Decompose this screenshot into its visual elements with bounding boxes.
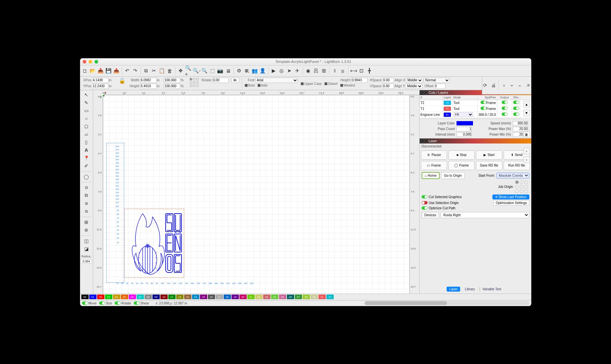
goto-origin-button[interactable]: Go to Origin [441, 172, 465, 179]
palette-swatch[interactable]: 06 [129, 295, 136, 299]
pass-count-input[interactable] [457, 127, 472, 131]
shear-mode-toggle[interactable] [134, 301, 140, 305]
maximize-button[interactable] [95, 60, 98, 64]
palette-swatch[interactable]: 19 [232, 295, 239, 299]
output-toggle[interactable] [502, 113, 508, 116]
layer-prev-button[interactable]: ‹ [523, 156, 530, 163]
palette-swatch[interactable]: 23 [263, 295, 270, 299]
save-icon[interactable]: 💾 [105, 67, 112, 74]
layer-row[interactable]: T1 T1 Tool Frame [420, 106, 531, 112]
text-tool-icon[interactable]: A [82, 147, 90, 153]
zoom-out-icon[interactable]: 🔍- [193, 67, 200, 74]
measure-icon[interactable]: ⊞ [320, 67, 328, 74]
eyedropper-tool-icon[interactable]: ✐ [82, 163, 90, 169]
width-input[interactable] [140, 78, 156, 83]
palette-swatch[interactable]: 27 [295, 295, 302, 299]
redo-icon[interactable]: ↷ [132, 67, 139, 74]
user-icon[interactable]: 👤 [259, 67, 266, 74]
undo-icon[interactable]: ↶ [124, 67, 131, 74]
new-file-icon[interactable]: 🗋 [81, 67, 89, 74]
height-input[interactable] [140, 84, 156, 89]
palette-swatch[interactable]: 15 [200, 295, 207, 299]
alignx-select[interactable]: Middle [406, 78, 423, 83]
save-rd-button[interactable]: Save RD file [476, 161, 502, 170]
palette-swatch[interactable]: 08 [145, 295, 152, 299]
camera-icon[interactable]: 📷 [217, 67, 224, 74]
power-max-input[interactable] [513, 127, 528, 131]
vspace-input[interactable] [382, 84, 394, 89]
frame-rect-button[interactable]: ▭Frame [421, 161, 447, 170]
interval-input[interactable] [457, 132, 472, 137]
layer-row[interactable]: Engrave Line 01 Fill 300.0 / 20.0 [420, 112, 531, 118]
palette-swatch[interactable]: 13 [184, 295, 191, 299]
layer-row[interactable]: T2 T2 Tool Frame [420, 100, 531, 106]
cut-icon[interactable]: ✂ [151, 67, 158, 74]
layer-up-button[interactable]: ▲ [523, 101, 530, 108]
rotate-mode-toggle[interactable] [115, 301, 121, 305]
undock-laser-panel-icon[interactable] [425, 140, 428, 142]
target-icon[interactable]: ◎ [278, 67, 285, 74]
minimize-button[interactable] [89, 60, 92, 64]
align-icon[interactable]: ◉ [305, 67, 312, 74]
paper-plane-icon[interactable]: ✈ [294, 67, 301, 74]
pan-icon[interactable]: ✥ [177, 67, 184, 74]
layer-down-button[interactable]: ▼ [523, 110, 530, 116]
palette-swatch[interactable]: 25 [279, 295, 286, 299]
tab-laser[interactable]: Laser [447, 287, 460, 292]
mode-select[interactable]: Fill [454, 112, 473, 117]
align-top-icon[interactable]: ⫠ [517, 82, 523, 89]
move-mode-toggle[interactable] [82, 301, 88, 305]
close-laser-panel-icon[interactable] [421, 140, 424, 142]
welded-checkbox[interactable] [340, 84, 343, 87]
open-file-icon[interactable]: 📂 [89, 67, 97, 74]
lock-icon[interactable]: 🔓 [118, 78, 127, 84]
trace-tool-icon[interactable]: ◪ [82, 246, 90, 252]
style-select[interactable]: Normal [424, 78, 450, 83]
perspective-tool-icon[interactable]: ▯ [82, 139, 90, 145]
palette-swatch[interactable]: 26 [287, 295, 294, 299]
layer-color-swatch[interactable] [457, 121, 473, 125]
distort-checkbox[interactable] [324, 82, 327, 85]
palette-swatch[interactable]: 14 [192, 295, 199, 299]
width-pct-input[interactable] [164, 78, 180, 83]
start-from-select[interactable]: Absolute Coords [496, 173, 529, 178]
font-select[interactable]: Arial [255, 78, 298, 83]
ypos-input[interactable] [92, 84, 108, 89]
palette-swatch[interactable]: 07 [137, 295, 144, 299]
send-icon[interactable]: ➤ [286, 67, 293, 74]
undock-panel-icon[interactable] [425, 91, 428, 94]
palette-swatch[interactable]: 29 [311, 295, 318, 299]
palette-swatch[interactable]: 03 [105, 295, 112, 299]
use-selection-origin-toggle[interactable] [422, 201, 428, 204]
show-toggle[interactable] [513, 107, 519, 110]
gear-icon[interactable]: ⚙ [236, 67, 243, 74]
ellipse-tool-icon[interactable]: ○ [82, 115, 90, 122]
export-icon[interactable]: 📤 [113, 67, 120, 74]
palette-swatch[interactable]: 01 [89, 295, 97, 299]
frame-select-icon[interactable]: ⬚ [209, 67, 216, 74]
circle-array-icon[interactable]: ◯ [82, 173, 90, 180]
frame-circle-button[interactable]: ◯Frame [448, 161, 475, 170]
italic-checkbox[interactable] [258, 84, 261, 87]
dim1-icon[interactable]: ⟷ [350, 67, 357, 74]
frame-toggle[interactable] [481, 107, 486, 110]
palette-swatch[interactable]: 18 [224, 295, 231, 299]
tab-library[interactable]: Library [462, 287, 478, 292]
show-toggle[interactable] [513, 113, 519, 116]
palette-swatch[interactable]: 20 [239, 295, 247, 299]
palette-swatch[interactable]: T2 [326, 295, 334, 299]
horizontal-scrollbar[interactable] [365, 301, 529, 305]
play-icon[interactable]: ▶ [270, 67, 277, 74]
palette-swatch[interactable]: 17 [216, 295, 223, 299]
distribute-icon[interactable]: 呂 [313, 67, 320, 74]
optimization-settings-button[interactable]: Optimization Settings [493, 200, 529, 206]
palette-swatch[interactable]: 21 [247, 295, 255, 299]
anchor-grid[interactable] [189, 78, 199, 87]
bold-checkbox[interactable] [245, 84, 248, 87]
stop-button[interactable]: ■Stop [448, 150, 475, 160]
palette-swatch[interactable]: 24 [271, 295, 278, 299]
users-icon[interactable]: 👥 [251, 67, 259, 74]
hspace-input[interactable] [382, 78, 394, 83]
marker-tool-icon[interactable]: 📍 [82, 155, 90, 161]
palette-swatch[interactable]: 22 [255, 295, 263, 299]
